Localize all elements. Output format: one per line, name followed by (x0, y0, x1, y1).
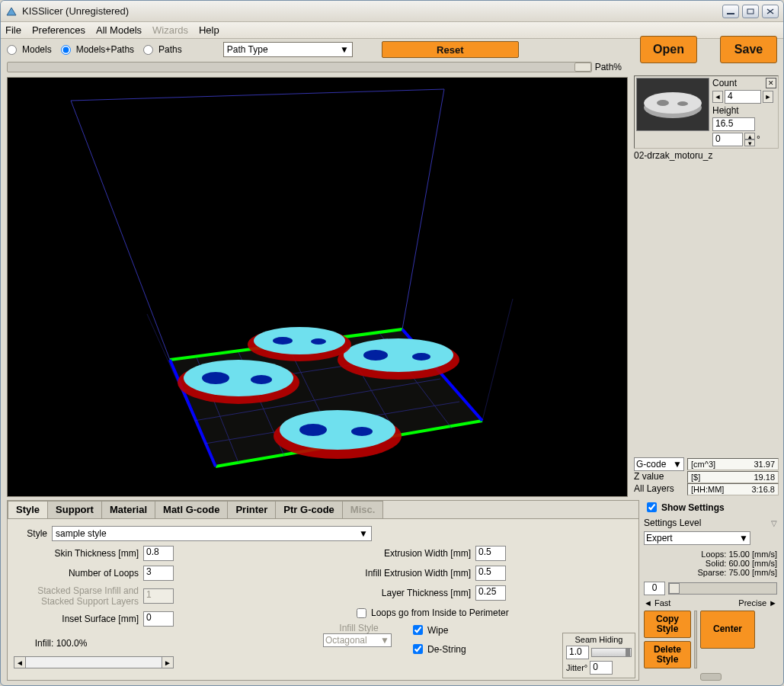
svg-point-17 (344, 338, 453, 372)
viewmode-modelspaths-radio[interactable] (61, 45, 71, 55)
layer-thickness-field[interactable]: 0.25 (475, 585, 506, 601)
inset-surface-label: Inset Surface [mm] (14, 614, 143, 624)
menu-wizards: Wizards (152, 24, 188, 36)
cost-label: [$] (691, 473, 700, 482)
infill-slider-left[interactable]: ◄ (14, 656, 26, 668)
viewmode-models-paths[interactable]: Models+Paths (61, 44, 134, 55)
minimize-button[interactable] (722, 5, 739, 18)
delete-style-button[interactable]: Delete Style (644, 641, 691, 668)
seam-hiding-label: Seam Hiding (566, 635, 632, 644)
precise-label: Precise (738, 598, 766, 607)
chevron-down-icon: ▼ (359, 528, 368, 539)
close-button[interactable] (762, 5, 779, 18)
extrusion-width-label: Extrusion Width [mm] (323, 548, 475, 559)
path-percent-slider[interactable] (7, 62, 592, 72)
viewmode-models-radio[interactable] (7, 45, 17, 55)
pathtype-label: Path Type (227, 44, 268, 55)
show-settings-checkbox[interactable]: Show Settings (644, 500, 777, 514)
viewmode-paths-label: Paths (158, 44, 182, 55)
volume-label: [cm^3] (691, 460, 715, 469)
settings-level-chevron-icon[interactable]: ▽ (771, 519, 777, 527)
viewmode-paths[interactable]: Paths (143, 44, 182, 55)
skin-thickness-field[interactable]: 0.8 (143, 546, 174, 561)
gcode-select[interactable]: G-code▼ (634, 457, 684, 471)
settings-level-select[interactable]: Expert▼ (644, 531, 750, 545)
loops-inside-checkbox[interactable]: Loops go from Inside to Perimeter (354, 606, 509, 620)
destring-checkbox[interactable]: De-String (410, 642, 466, 656)
save-button[interactable]: Save (720, 36, 777, 63)
svg-point-21 (280, 410, 395, 450)
rotation-unit: ° (757, 134, 760, 145)
tab-material[interactable]: Material (101, 501, 155, 518)
reset-button[interactable]: Reset (382, 41, 519, 58)
height-field[interactable]: 16.5 (712, 117, 755, 131)
volume-value: 31.97 (754, 460, 775, 469)
count-field[interactable]: 4 (725, 90, 761, 104)
maximize-button[interactable] (742, 5, 759, 18)
skin-thickness-label: Skin Thickness [mm] (14, 548, 143, 559)
3d-viewport[interactable] (7, 77, 628, 497)
model-close-button[interactable]: ✕ (766, 78, 776, 88)
seam-value-field[interactable]: 1.0 (566, 646, 589, 659)
extrusion-width-field[interactable]: 0.5 (475, 546, 506, 561)
style-label: Style (14, 528, 52, 539)
menu-help[interactable]: Help (199, 24, 219, 36)
viewmode-models[interactable]: Models (7, 44, 52, 55)
svg-point-25 (254, 327, 345, 354)
open-button[interactable]: Open (640, 36, 697, 63)
infill-slider[interactable]: ◄ ► (14, 656, 174, 668)
chevron-down-icon: ▼ (673, 459, 682, 470)
infill-slider-right[interactable]: ► (162, 656, 174, 668)
tab-style[interactable]: Style (8, 501, 48, 518)
infill-extrusion-width-field[interactable]: 0.5 (475, 566, 506, 581)
svg-line-11 (71, 89, 444, 101)
sparse-speed: Sparse: 75.00 [mm/s] (644, 568, 777, 577)
inset-surface-field[interactable]: 0 (143, 611, 174, 627)
window-title: KISSlicer (Unregistered) (22, 5, 722, 17)
z-value-label: Z value (634, 471, 684, 483)
tab-support[interactable]: Support (47, 501, 102, 518)
wipe-checkbox[interactable]: Wipe (410, 623, 466, 637)
svg-point-14 (202, 372, 229, 384)
style-select[interactable]: sample style▼ (52, 526, 372, 541)
center-button[interactable]: Center (700, 611, 755, 649)
tab-misc: Misc. (342, 501, 384, 518)
viewmode-paths-radio[interactable] (143, 45, 153, 55)
num-loops-field[interactable]: 3 (143, 566, 174, 581)
solid-speed: Solid: 60.00 [mm/s] (644, 559, 777, 568)
fastprecise-slider[interactable] (668, 582, 777, 595)
svg-point-18 (363, 350, 388, 361)
svg-rect-1 (747, 9, 754, 14)
infill-style-select: Octagonal▼ (323, 633, 392, 647)
time-value: 3:16.8 (751, 485, 775, 494)
seam-slider[interactable] (591, 648, 632, 657)
svg-point-27 (311, 338, 326, 345)
menu-preferences[interactable]: Preferences (32, 24, 85, 36)
viewmode-models-label: Models (22, 44, 52, 55)
resize-grip[interactable] (700, 673, 722, 681)
tab-matl-gcode[interactable]: Matl G-code (155, 501, 228, 518)
count-decrement[interactable]: ◄ (712, 91, 723, 103)
svg-point-22 (299, 424, 327, 436)
layer-thickness-label: Layer Thickness [mm] (323, 588, 475, 598)
model-thumbnail[interactable] (636, 78, 709, 131)
count-increment[interactable]: ► (763, 91, 773, 103)
svg-point-13 (184, 360, 293, 396)
all-layers-label: All Layers (634, 483, 684, 495)
jitter-label: Jitter° (566, 663, 587, 672)
fastprecise-value[interactable]: 0 (644, 582, 665, 595)
rotation-down[interactable]: ▾ (744, 139, 755, 146)
chevron-down-icon: ▼ (739, 533, 748, 543)
pathtype-select[interactable]: Path Type▼ (223, 42, 353, 57)
copy-style-button[interactable]: Copy Style (644, 611, 691, 638)
svg-point-19 (412, 353, 430, 361)
tab-ptr-gcode[interactable]: Ptr G-code (275, 501, 342, 518)
app-icon (5, 5, 18, 18)
menu-file[interactable]: File (5, 24, 21, 36)
tab-printer[interactable]: Printer (227, 501, 276, 518)
path-percent-label: Path% (595, 62, 622, 72)
jitter-field[interactable]: 0 (590, 661, 613, 675)
menu-all-models[interactable]: All Models (96, 24, 142, 36)
rotation-field[interactable]: 0 (712, 133, 743, 146)
svg-point-30 (657, 100, 669, 106)
